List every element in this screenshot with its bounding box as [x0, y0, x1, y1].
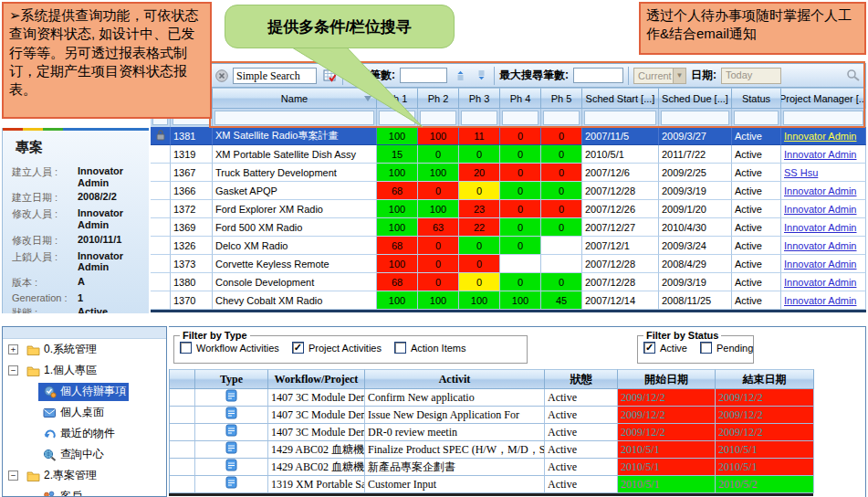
page-down-icon[interactable]	[473, 68, 489, 84]
project-id-cell: 1372	[171, 200, 213, 218]
checkbox-unchecked-icon[interactable]	[394, 342, 406, 354]
max-results-input[interactable]	[573, 68, 623, 83]
phase-status-cell: 0	[500, 273, 541, 291]
page-up-icon[interactable]	[452, 68, 468, 84]
column-header-ph-4[interactable]: Ph 4	[500, 88, 541, 109]
lock-icon	[155, 129, 166, 143]
collapse-minus-icon[interactable]: −	[8, 365, 18, 375]
inline-filter-cell[interactable]	[541, 109, 582, 127]
sched-due-cell: 2008/11/25	[659, 291, 732, 310]
filter-status-checkbox-pending[interactable]: Pending	[700, 342, 753, 354]
project-manager-link[interactable]: Innovator Admin	[784, 185, 857, 196]
sidebar-item-查詢中心[interactable]: 查詢中心	[3, 444, 166, 465]
date-field[interactable]: Today	[721, 68, 781, 84]
sidebar-item-2.專案管理[interactable]: −2.專案管理	[3, 465, 166, 486]
filter-status-checkbox-active[interactable]: ✓Active	[643, 342, 687, 354]
activity-document-icon	[225, 407, 237, 423]
project-manager-link[interactable]: Innovator Admin	[784, 222, 857, 233]
column-header-status[interactable]: Status	[732, 88, 781, 109]
sidebar-item-1.個人專區[interactable]: −1.個人專區	[3, 360, 166, 381]
filter-type-checkbox-action-items[interactable]: Action Items	[394, 342, 466, 354]
sched-start-cell: 2007/11/5	[582, 127, 659, 145]
inline-filter-cell[interactable]	[459, 109, 500, 127]
phase-status-cell: 0	[500, 145, 541, 164]
column-header-開始日期[interactable]: 開始日期	[618, 369, 716, 389]
tree-item-label: 查詢中心	[60, 447, 104, 462]
inline-filter-cell[interactable]	[732, 109, 781, 127]
run-report-icon[interactable]	[845, 68, 862, 84]
inline-filter-input[interactable]	[584, 111, 656, 125]
checkbox-unchecked-icon[interactable]	[180, 342, 192, 354]
inline-filter-input[interactable]	[734, 111, 779, 125]
column-header-ph-5[interactable]: Ph 5	[541, 88, 582, 109]
phase-status-cell: 0	[500, 127, 541, 145]
sidebar-item-0.系統管理[interactable]: +0.系統管理	[3, 339, 166, 360]
sidebar-item-最近的物件[interactable]: 最近的物件	[3, 423, 166, 444]
column-header-狀態[interactable]: 狀態	[545, 369, 618, 389]
end-date-cell: 2010/5/2	[716, 476, 814, 493]
sched-start-cell: 2007/12/26	[582, 200, 659, 218]
project-manager-link[interactable]: Innovator Admin	[784, 295, 857, 306]
status-cell: Active	[732, 237, 781, 255]
todo-task-table: TypeWorkflow/ProjectActivit狀態開始日期結束日期140…	[169, 369, 813, 493]
column-header-project-manager-[interactable]: Project Manager [...	[781, 88, 866, 109]
project-manager-link[interactable]: Innovator Admin	[784, 259, 857, 270]
phase-status-cell: 0	[500, 200, 541, 218]
lock-cell	[151, 182, 171, 200]
project-manager-link[interactable]: Innovator Admin	[784, 131, 857, 142]
sidebar-item-個人桌面[interactable]: 個人桌面	[3, 402, 166, 423]
project-manager-link[interactable]: Innovator Admin	[784, 204, 857, 215]
sched-start-cell: 2007/12/28	[582, 182, 659, 200]
checkbox-checked-icon[interactable]: ✓	[292, 342, 304, 354]
project-manager-link[interactable]: Innovator Admin	[784, 240, 857, 251]
inline-filter-input[interactable]	[783, 111, 863, 125]
project-id-cell: 1373	[171, 255, 213, 273]
inline-filter-cell[interactable]	[582, 109, 659, 127]
sidebar-item-客戶[interactable]: 客戶	[3, 486, 166, 497]
filter-type-checkbox-workflow-activities[interactable]: Workflow Activities	[180, 342, 279, 354]
tree-item-highlight: 個人桌面	[38, 404, 107, 422]
column-header-blank[interactable]	[170, 369, 195, 389]
task-type-cell	[195, 459, 268, 476]
sched-due-cell: 2011/7/22	[659, 145, 732, 164]
workflow-project-cell: 1429 ABC02 血糖機	[268, 459, 365, 476]
column-header-sched-start-[interactable]: Sched Start [...]	[582, 88, 659, 109]
collapse-minus-icon[interactable]: −	[8, 471, 18, 481]
project-name-cell: Truck Battery Development	[213, 164, 377, 182]
checkbox-label: Pending	[716, 343, 753, 354]
version-select[interactable]: Current ▼	[633, 68, 686, 84]
column-header-activit[interactable]: Activit	[365, 369, 545, 389]
inline-filter-cell[interactable]	[659, 109, 732, 127]
project-table-filter-row	[151, 109, 866, 127]
project-manager-link[interactable]: Innovator Admin	[784, 149, 857, 160]
project-name-cell: Ford 500 XM Radio	[213, 218, 377, 237]
info-field-row: Generation :1	[12, 292, 149, 304]
project-manager-link[interactable]: Innovator Admin	[784, 277, 857, 288]
inline-filter-input[interactable]	[502, 111, 539, 125]
project-manager-link[interactable]: SS Hsu	[784, 167, 818, 178]
tree-item-label: 0.系統管理	[44, 342, 97, 357]
checkbox-unchecked-icon[interactable]	[700, 342, 712, 354]
inline-filter-input[interactable]	[543, 111, 580, 125]
lock-cell	[151, 255, 171, 273]
start-date-cell: 2009/12/2	[618, 424, 716, 441]
phase-status-cell: 23	[459, 200, 500, 218]
inline-filter-cell[interactable]	[781, 109, 866, 127]
filter-by-type-group: Filter by Type Workflow Activities✓Proje…	[173, 330, 528, 364]
expand-plus-icon[interactable]: +	[8, 344, 18, 354]
column-header-sched-due-[interactable]: Sched Due [...]	[659, 88, 732, 109]
inline-filter-input[interactable]	[661, 111, 729, 125]
filter-type-checkbox-project-activities[interactable]: ✓Project Activities	[292, 342, 382, 354]
column-header-type[interactable]: Type	[195, 369, 268, 389]
column-header-結束日期[interactable]: 結束日期	[716, 369, 814, 389]
phase-status-cell: 0	[418, 255, 459, 273]
phase-status-cell: 0	[500, 182, 541, 200]
close-icon[interactable]	[214, 68, 230, 84]
inline-filter-input[interactable]	[461, 111, 497, 125]
checkbox-checked-icon[interactable]: ✓	[643, 342, 655, 354]
column-header-workflow-project[interactable]: Workflow/Project	[268, 369, 365, 389]
sidebar-item-個人待辦事項[interactable]: 個人待辦事項	[3, 381, 166, 402]
column-header-ph-3[interactable]: Ph 3	[459, 88, 500, 109]
workflow-project-cell: 1407 3C Module Dem	[268, 389, 365, 407]
inline-filter-cell[interactable]	[500, 109, 541, 127]
